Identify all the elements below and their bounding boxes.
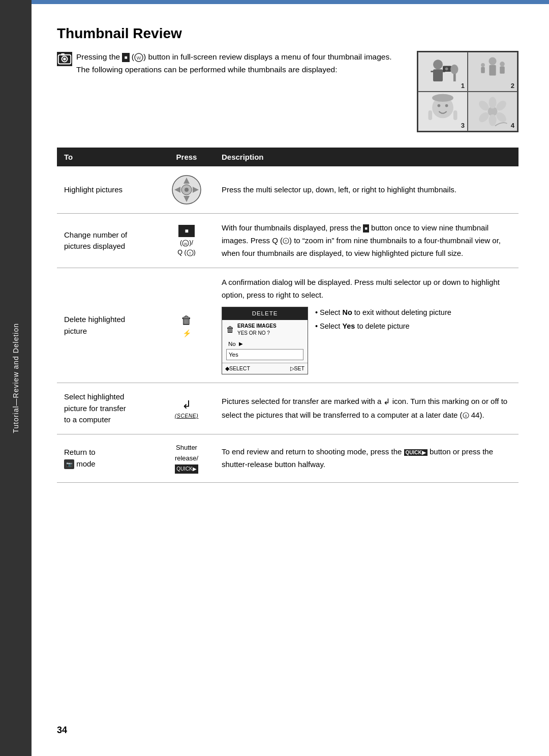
dialog-header: DELETE — [222, 307, 308, 320]
to-cell-return: Return to 📷 mode — [57, 434, 159, 482]
yes-label: Yes — [229, 351, 238, 359]
page-title: Thumbnail Review — [57, 25, 518, 42]
svg-rect-21 — [481, 67, 485, 73]
table-body: Highlight pictures — [57, 166, 518, 483]
shutter-label: Shutter — [166, 443, 207, 453]
svg-rect-3 — [61, 53, 65, 55]
press-cell-change: ■ (W)/ Q (T) — [159, 214, 215, 268]
ref-circle-inline: 8 — [463, 412, 469, 419]
thumb-cell-1: 1 — [418, 52, 468, 92]
svg-point-14 — [450, 65, 458, 74]
svg-rect-17 — [489, 65, 496, 76]
table-row: Change number ofpictures displayed ■ (W)… — [57, 214, 518, 268]
svg-point-7 — [433, 60, 443, 69]
dialog-trash-icon: 🗑 — [226, 324, 234, 335]
svg-rect-27 — [429, 110, 433, 120]
delete-pre-text: A confirmation dialog will be displayed.… — [222, 276, 511, 302]
bullet-dot-2: • — [315, 321, 318, 332]
trash-icon: 🗑 — [181, 314, 192, 327]
camera-mode-icon: 📷 — [64, 459, 74, 469]
intro-with-icon: Pressing the ■ (W) button in full-screen… — [57, 51, 402, 76]
svg-point-34 — [489, 114, 496, 126]
svg-text:W: W — [137, 55, 141, 61]
flash-icon: ⚡ — [182, 329, 191, 337]
press-cell-return: Shutter release/ QUICK▶ — [159, 434, 215, 482]
yes-no-label: YES OR NO ? — [237, 330, 277, 337]
sidebar-tab: Tutorial—Review and Deletion — [0, 0, 32, 756]
svg-point-43 — [185, 188, 189, 192]
thumb-image-2 — [468, 52, 517, 91]
svg-text:T: T — [285, 240, 287, 243]
thumb-image-1 — [418, 52, 467, 91]
thumbnail-preview: 1 2 — [417, 51, 518, 132]
select-label: ◆SELECT — [225, 364, 250, 373]
page-number: 34 — [57, 725, 67, 736]
svg-point-16 — [489, 57, 496, 65]
camera-svg — [57, 51, 72, 67]
quickplay-inline-icon: QUICK▶ — [404, 449, 428, 456]
zoom-icon-group: ■ (W)/ Q (T) — [166, 225, 207, 256]
delete-bullets: • Select No to exit without deleting pic… — [315, 307, 451, 334]
transfer-arrow-icon: ↲ — [182, 398, 191, 412]
dialog-option-yes: Yes — [226, 349, 303, 360]
transfer-mark-icon: ↲ — [383, 397, 390, 406]
bullet-no: • Select No to exit without deleting pic… — [315, 307, 451, 318]
page-wrapper: Tutorial—Review and Deletion Thumbnail R… — [0, 0, 549, 756]
thumb-number-2: 2 — [511, 82, 514, 90]
scene-label: (SCENE) — [175, 413, 199, 419]
thumb-image-3 — [418, 92, 467, 131]
camera-marker-icon — [57, 52, 72, 66]
thumb-image-4 — [468, 92, 517, 131]
w-circle-small: W — [182, 240, 189, 247]
col-header-to: To — [57, 148, 159, 166]
intro-text: Pressing the ■ (W) button in full-screen… — [76, 51, 402, 76]
thumb-number-3: 3 — [461, 122, 465, 129]
thumb-number-4: 4 — [511, 122, 514, 129]
svg-point-12 — [445, 67, 448, 70]
bullet-no-text: Select No to exit without deleting pictu… — [320, 307, 451, 318]
svg-point-24 — [438, 104, 441, 107]
desc-cell-change: With four thumbnails displayed, press th… — [215, 214, 518, 268]
desc-cell-transfer: Pictures selected for transfer are marke… — [215, 383, 518, 434]
table-row: Select highlightedpicture for transferto… — [57, 383, 518, 434]
scene-icon: ↲ (SCENE) — [166, 398, 207, 419]
bullet-dot-1: • — [315, 307, 318, 318]
reference-table: To Press Description Highlight pictures — [57, 148, 518, 483]
svg-text:8: 8 — [465, 414, 467, 418]
desc-cell-return: To end review and return to shooting mod… — [215, 434, 518, 482]
table-row: Delete highlightedpicture 🗑 ⚡ A confirma… — [57, 268, 518, 383]
svg-rect-28 — [453, 110, 458, 120]
dialog-body: 🗑 ERASE IMAGES YES OR NO ? No — [222, 320, 308, 363]
thumb-cell-2: 2 — [468, 52, 517, 92]
col-header-press: Press — [159, 148, 215, 166]
erase-images-label: ERASE IMAGES — [237, 323, 277, 330]
to-cell-change: Change number ofpictures displayed — [57, 214, 159, 268]
to-cell-delete: Delete highlightedpicture — [57, 268, 159, 383]
shutter-quick-group: Shutter release/ QUICK▶ — [166, 443, 207, 474]
thumbnail-button-icon: ■ — [178, 225, 195, 237]
release-label: release/ — [166, 453, 207, 464]
press-cell-transfer: ↲ (SCENE) — [159, 383, 215, 434]
t-circle-small: T — [187, 249, 194, 256]
svg-rect-19 — [500, 67, 505, 74]
w-circle-icon: W — [134, 53, 143, 62]
delete-dialog: DELETE 🗑 ERASE IMAGES YES OR NO ? — [222, 307, 308, 374]
svg-text:W: W — [184, 242, 188, 246]
bullet-yes: • Select Yes to delete picture — [315, 321, 451, 332]
desc-cell-highlight: Press the multi selector up, down, left,… — [215, 166, 518, 214]
no-arrow: ▶ — [239, 340, 243, 347]
svg-point-31 — [489, 97, 496, 109]
col-header-description: Description — [215, 148, 518, 166]
dialog-erase-text: ERASE IMAGES YES OR NO ? — [237, 323, 277, 337]
bullet-yes-text: Select Yes to delete picture — [320, 321, 410, 332]
q-label: Q (T) — [177, 249, 196, 256]
t-circle-inline: T — [283, 238, 289, 244]
delete-icon-col: 🗑 ⚡ — [166, 314, 207, 337]
dialog-icon-row: 🗑 ERASE IMAGES YES OR NO ? — [226, 323, 303, 337]
dialog-footer: ◆SELECT ▷SET — [222, 363, 308, 374]
thumb-cell-4: 4 — [468, 92, 517, 131]
sidebar-label: Tutorial—Review and Deletion — [12, 323, 20, 433]
svg-rect-9 — [431, 71, 436, 72]
press-cell-highlight — [159, 166, 215, 214]
thumb-cell-3: 3 — [418, 92, 468, 131]
